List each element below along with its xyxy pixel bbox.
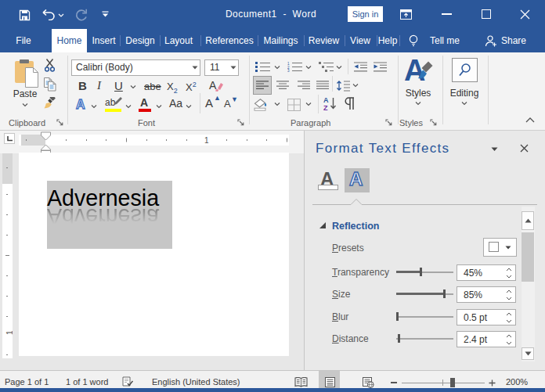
svg-text:1: 1 — [204, 136, 209, 145]
svg-text:1: 1 — [5, 330, 13, 335]
svg-text:3: 3 — [287, 69, 290, 72]
svg-text:A: A — [323, 96, 329, 104]
svg-text:Z: Z — [323, 104, 328, 111]
